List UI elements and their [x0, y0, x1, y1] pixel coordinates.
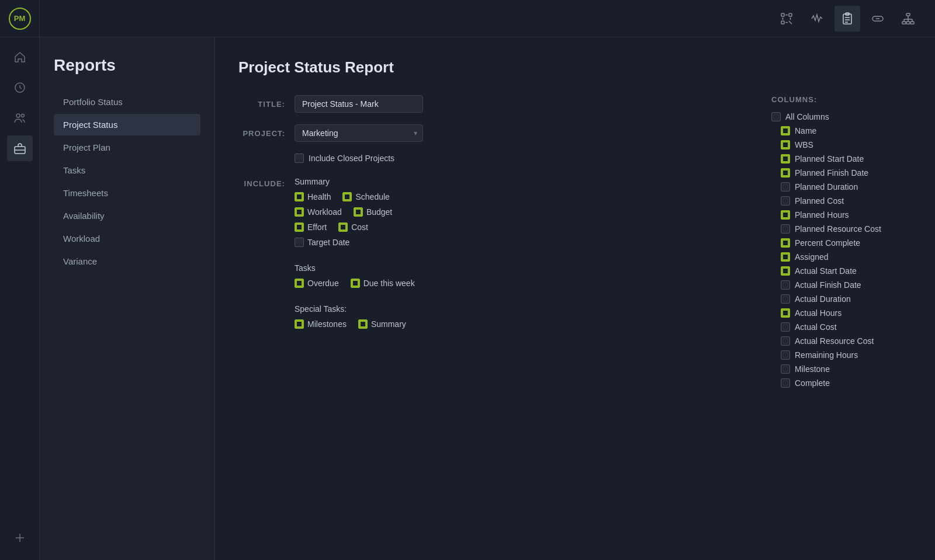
include-closed-checkbox[interactable]	[295, 154, 304, 163]
budget-check-item[interactable]: Budget	[354, 207, 392, 217]
col-planned-finish-date[interactable]: Planned Finish Date	[781, 168, 912, 178]
all-columns-item[interactable]: All Columns	[771, 112, 912, 121]
summary-checkbox[interactable]	[358, 319, 368, 329]
col-planned-resource-cost[interactable]: Planned Resource Cost	[781, 224, 912, 234]
col-planned-hours[interactable]: Planned Hours	[781, 210, 912, 220]
nav-add-btn[interactable]	[7, 525, 33, 551]
col-complete[interactable]: Complete	[781, 378, 912, 388]
clipboard-icon-btn[interactable]	[834, 6, 860, 32]
col-planned-resource-cost-checkbox[interactable]	[781, 224, 790, 234]
col-actual-duration-checkbox[interactable]	[781, 294, 790, 304]
col-milestone-checkbox[interactable]	[781, 364, 790, 374]
nav-home-btn[interactable]	[7, 44, 33, 70]
col-planned-duration-label: Planned Duration	[795, 182, 858, 192]
col-name[interactable]: Name	[781, 126, 912, 135]
due-this-week-checkbox[interactable]	[351, 279, 360, 288]
target-date-label: Target Date	[307, 238, 349, 247]
due-this-week-label: Due this week	[363, 279, 415, 288]
link-icon-btn[interactable]	[865, 6, 891, 32]
milestones-check-item[interactable]: Milestones	[295, 319, 347, 329]
page-title: Project Status Report	[238, 58, 912, 76]
col-actual-finish-date-checkbox[interactable]	[781, 280, 790, 290]
target-date-checkbox[interactable]	[295, 238, 304, 247]
target-date-check-item[interactable]: Target Date	[295, 238, 349, 247]
col-wbs[interactable]: WBS	[781, 140, 912, 149]
col-planned-start-date[interactable]: Planned Start Date	[781, 154, 912, 164]
workload-checkbox[interactable]	[295, 207, 304, 217]
all-columns-checkbox[interactable]	[771, 112, 781, 121]
col-planned-cost-checkbox[interactable]	[781, 196, 790, 206]
nav-people-btn[interactable]	[7, 105, 33, 131]
col-remaining-hours-label: Remaining Hours	[795, 350, 858, 360]
col-actual-hours[interactable]: Actual Hours	[781, 308, 912, 318]
col-remaining-hours[interactable]: Remaining Hours	[781, 350, 912, 360]
title-input[interactable]	[295, 95, 423, 113]
col-actual-hours-checkbox[interactable]	[781, 308, 790, 318]
column-items-list: Name WBS Planned Start Date	[771, 126, 912, 388]
col-planned-start-date-checkbox[interactable]	[781, 154, 790, 164]
sidebar-item-project-plan[interactable]: Project Plan	[54, 137, 200, 158]
sidebar-item-variance[interactable]: Variance	[54, 251, 200, 272]
sidebar-item-portfolio-status[interactable]: Portfolio Status	[54, 91, 200, 113]
health-checkbox[interactable]	[295, 192, 304, 201]
svg-rect-1	[789, 13, 792, 16]
scan-icon-btn[interactable]	[774, 6, 799, 32]
col-assigned[interactable]: Assigned	[781, 252, 912, 262]
col-complete-checkbox[interactable]	[781, 378, 790, 388]
col-actual-finish-date[interactable]: Actual Finish Date	[781, 280, 912, 290]
col-planned-duration-checkbox[interactable]	[781, 182, 790, 192]
col-actual-resource-cost-checkbox[interactable]	[781, 336, 790, 346]
col-actual-cost-label: Actual Cost	[795, 322, 837, 332]
overdue-check-item[interactable]: Overdue	[295, 279, 339, 288]
col-milestone[interactable]: Milestone	[781, 364, 912, 374]
col-name-checkbox[interactable]	[781, 126, 790, 135]
include-label: INCLUDE:	[238, 177, 285, 188]
due-this-week-check-item[interactable]: Due this week	[351, 279, 415, 288]
nav-briefcase-btn[interactable]	[7, 135, 33, 161]
sidebar-item-timesheets[interactable]: Timesheets	[54, 182, 200, 204]
cost-checkbox[interactable]	[338, 222, 348, 232]
budget-checkbox[interactable]	[354, 207, 363, 217]
cost-check-item[interactable]: Cost	[338, 222, 368, 232]
schedule-check-item[interactable]: Schedule	[342, 192, 389, 201]
project-select[interactable]: Marketing All Projects	[295, 124, 423, 142]
col-planned-cost[interactable]: Planned Cost	[781, 196, 912, 206]
col-actual-cost-checkbox[interactable]	[781, 322, 790, 332]
col-assigned-checkbox[interactable]	[781, 252, 790, 262]
col-actual-cost[interactable]: Actual Cost	[781, 322, 912, 332]
col-actual-duration[interactable]: Actual Duration	[781, 294, 912, 304]
col-name-label: Name	[795, 126, 816, 135]
col-planned-hours-checkbox[interactable]	[781, 210, 790, 220]
col-percent-complete[interactable]: Percent Complete	[781, 238, 912, 248]
summary-check-item[interactable]: Summary	[358, 319, 406, 329]
col-actual-start-date-checkbox[interactable]	[781, 266, 790, 276]
col-percent-complete-checkbox[interactable]	[781, 238, 790, 248]
svg-point-27	[16, 114, 20, 117]
columns-side: COLUMNS: All Columns Name W	[748, 95, 912, 392]
project-label: PROJECT:	[238, 124, 285, 138]
sidebar-item-tasks[interactable]: Tasks	[54, 159, 200, 181]
milestones-checkbox[interactable]	[295, 319, 304, 329]
overdue-checkbox[interactable]	[295, 279, 304, 288]
col-actual-start-date[interactable]: Actual Start Date	[781, 266, 912, 276]
title-label: TITLE:	[238, 95, 285, 109]
summary-group-title: Summary	[295, 177, 415, 186]
schedule-checkbox[interactable]	[342, 192, 352, 201]
waveform-icon-btn[interactable]	[804, 6, 830, 32]
effort-label: Effort	[307, 222, 327, 232]
col-planned-finish-date-checkbox[interactable]	[781, 168, 790, 178]
col-actual-resource-cost[interactable]: Actual Resource Cost	[781, 336, 912, 346]
col-wbs-checkbox[interactable]	[781, 140, 790, 149]
effort-check-item[interactable]: Effort	[295, 222, 327, 232]
nav-clock-btn[interactable]	[7, 75, 33, 100]
sidebar-item-workload[interactable]: Workload	[54, 228, 200, 249]
health-check-item[interactable]: Health	[295, 192, 331, 201]
hierarchy-icon-btn[interactable]	[895, 6, 921, 32]
col-planned-duration[interactable]: Planned Duration	[781, 182, 912, 192]
milestones-label: Milestones	[307, 319, 347, 329]
sidebar-item-project-status[interactable]: Project Status	[54, 114, 200, 135]
workload-check-item[interactable]: Workload	[295, 207, 342, 217]
effort-checkbox[interactable]	[295, 222, 304, 232]
sidebar-item-availability[interactable]: Availability	[54, 205, 200, 227]
col-remaining-hours-checkbox[interactable]	[781, 350, 790, 360]
